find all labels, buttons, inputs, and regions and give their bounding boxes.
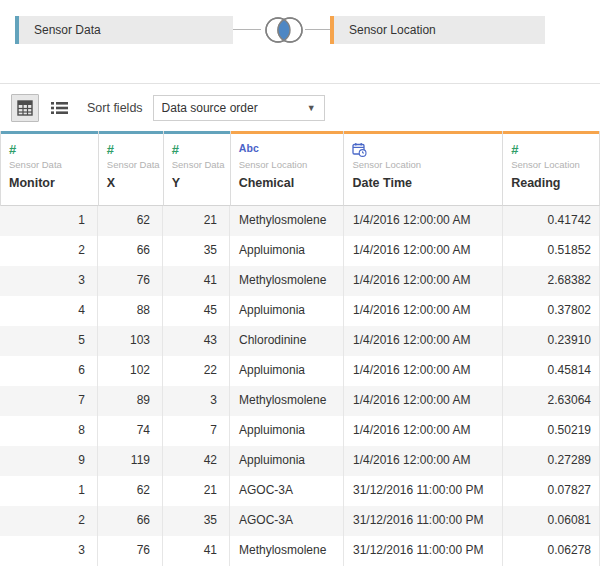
number-type-icon[interactable]: # <box>172 142 230 159</box>
cell-x[interactable]: 76 <box>98 266 163 296</box>
cell-chemical[interactable]: Appluimonia <box>230 416 344 446</box>
cell-y[interactable]: 41 <box>163 536 230 566</box>
cell-reading[interactable]: 0.23910 <box>503 326 600 356</box>
cell-monitor[interactable]: 5 <box>0 326 98 356</box>
cell-y[interactable]: 35 <box>163 506 230 536</box>
cell-monitor[interactable]: 3 <box>0 266 98 296</box>
cell-datetime[interactable]: 31/12/2016 11:00:00 PM <box>344 506 503 536</box>
cell-monitor[interactable]: 8 <box>0 416 98 446</box>
cell-datetime[interactable]: 1/4/2016 12:00:00 AM <box>344 326 503 356</box>
cell-x[interactable]: 62 <box>98 206 163 236</box>
cell-reading[interactable]: 0.06278 <box>503 536 600 566</box>
cell-y[interactable]: 35 <box>163 236 230 266</box>
cell-chemical[interactable]: Methylosmolene <box>230 386 344 416</box>
grid-view-button[interactable] <box>11 94 39 122</box>
cell-x[interactable]: 103 <box>98 326 163 356</box>
cell-datetime[interactable]: 1/4/2016 12:00:00 AM <box>344 386 503 416</box>
cell-reading[interactable]: 2.63064 <box>503 386 600 416</box>
table-row: 7893Methylosmolene1/4/2016 12:00:00 AM2.… <box>0 386 600 416</box>
cell-y[interactable]: 3 <box>163 386 230 416</box>
cell-reading[interactable]: 0.07827 <box>503 476 600 506</box>
table-box-label: Sensor Location <box>334 23 436 37</box>
cell-x[interactable]: 66 <box>98 506 163 536</box>
cell-reading[interactable]: 0.50219 <box>503 416 600 446</box>
joined-table-sensor-location[interactable]: Sensor Location <box>330 16 545 44</box>
cell-x[interactable]: 88 <box>98 296 163 326</box>
cell-datetime[interactable]: 1/4/2016 12:00:00 AM <box>344 416 503 446</box>
cell-y[interactable]: 21 <box>163 476 230 506</box>
cell-monitor[interactable]: 2 <box>0 236 98 266</box>
cell-monitor[interactable]: 1 <box>0 476 98 506</box>
cell-chemical[interactable]: Appluimonia <box>230 236 344 266</box>
data-grid-body: 16221Methylosmolene1/4/2016 12:00:00 AM0… <box>0 206 600 566</box>
joined-table-sensor-data[interactable]: Sensor Data <box>15 16 233 44</box>
cell-reading[interactable]: 0.37802 <box>503 296 600 326</box>
cell-datetime[interactable]: 31/12/2016 11:00:00 PM <box>344 476 503 506</box>
cell-reading[interactable]: 0.06081 <box>503 506 600 536</box>
cell-chemical[interactable]: Chlorodinine <box>230 326 344 356</box>
number-type-icon[interactable]: # <box>511 142 599 159</box>
column-header-y[interactable]: #Sensor DataY <box>164 131 231 206</box>
cell-y[interactable]: 42 <box>163 446 230 476</box>
cell-y[interactable]: 43 <box>163 326 230 356</box>
cell-x[interactable]: 102 <box>98 356 163 386</box>
join-canvas: Sensor Data Sensor Location <box>0 0 600 84</box>
cell-datetime[interactable]: 31/12/2016 11:00:00 PM <box>344 536 503 566</box>
cell-datetime[interactable]: 1/4/2016 12:00:00 AM <box>344 206 503 236</box>
number-type-icon[interactable]: # <box>9 142 98 159</box>
column-header-reading[interactable]: #Sensor LocationReading <box>503 131 600 206</box>
cell-monitor[interactable]: 2 <box>0 506 98 536</box>
string-type-icon[interactable]: Abc <box>239 142 344 159</box>
cell-monitor[interactable]: 3 <box>0 536 98 566</box>
cell-y[interactable]: 22 <box>163 356 230 386</box>
cell-monitor[interactable]: 9 <box>0 446 98 476</box>
cell-chemical[interactable]: AGOC-3A <box>230 476 344 506</box>
cell-x[interactable]: 119 <box>98 446 163 476</box>
cell-chemical[interactable]: Appluimonia <box>230 296 344 326</box>
cell-monitor[interactable]: 4 <box>0 296 98 326</box>
cell-chemical[interactable]: Methylosmolene <box>230 206 344 236</box>
cell-chemical[interactable]: Appluimonia <box>230 446 344 476</box>
cell-reading[interactable]: 0.45814 <box>503 356 600 386</box>
cell-y[interactable]: 41 <box>163 266 230 296</box>
cell-monitor[interactable]: 1 <box>0 206 98 236</box>
cell-reading[interactable]: 0.41742 <box>503 206 600 236</box>
cell-y[interactable]: 7 <box>163 416 230 446</box>
datetime-type-icon[interactable] <box>352 142 502 159</box>
sort-fields-label: Sort fields <box>87 101 143 115</box>
column-header-x[interactable]: #Sensor DataX <box>99 131 164 206</box>
cell-chemical[interactable]: AGOC-3A <box>230 506 344 536</box>
number-type-icon[interactable]: # <box>107 142 163 159</box>
cell-datetime[interactable]: 1/4/2016 12:00:00 AM <box>344 236 503 266</box>
cell-reading[interactable]: 0.27289 <box>503 446 600 476</box>
cell-monitor[interactable]: 6 <box>0 356 98 386</box>
inner-join-venn-icon[interactable] <box>259 13 309 47</box>
cell-x[interactable]: 76 <box>98 536 163 566</box>
cell-chemical[interactable]: Methylosmolene <box>230 536 344 566</box>
column-accent-bar <box>503 131 599 134</box>
sort-order-dropdown[interactable]: Data source order ▼ <box>153 95 325 121</box>
cell-reading[interactable]: 2.68382 <box>503 266 600 296</box>
cell-x[interactable]: 74 <box>98 416 163 446</box>
cell-chemical[interactable]: Appluimonia <box>230 356 344 386</box>
table-box-label: Sensor Data <box>19 23 101 37</box>
cell-datetime[interactable]: 1/4/2016 12:00:00 AM <box>344 446 503 476</box>
cell-y[interactable]: 45 <box>163 296 230 326</box>
cell-x[interactable]: 66 <box>98 236 163 266</box>
cell-datetime[interactable]: 1/4/2016 12:00:00 AM <box>344 266 503 296</box>
cell-datetime[interactable]: 1/4/2016 12:00:00 AM <box>344 296 503 326</box>
join-connector-line <box>233 29 261 30</box>
cell-datetime[interactable]: 1/4/2016 12:00:00 AM <box>344 356 503 386</box>
column-header-monitor[interactable]: #Sensor DataMonitor <box>1 131 99 206</box>
cell-monitor[interactable]: 7 <box>0 386 98 416</box>
column-header-chemical[interactable]: AbcSensor LocationChemical <box>231 131 345 206</box>
cell-chemical[interactable]: Methylosmolene <box>230 266 344 296</box>
metadata-view-button[interactable] <box>45 94 73 122</box>
table-row: 610222Appluimonia1/4/2016 12:00:00 AM0.4… <box>0 356 600 386</box>
cell-x[interactable]: 62 <box>98 476 163 506</box>
column-header-datetime[interactable]: Sensor LocationDate Time <box>344 131 503 206</box>
cell-reading[interactable]: 0.51852 <box>503 236 600 266</box>
join-connector-line <box>305 29 330 30</box>
cell-x[interactable]: 89 <box>98 386 163 416</box>
cell-y[interactable]: 21 <box>163 206 230 236</box>
